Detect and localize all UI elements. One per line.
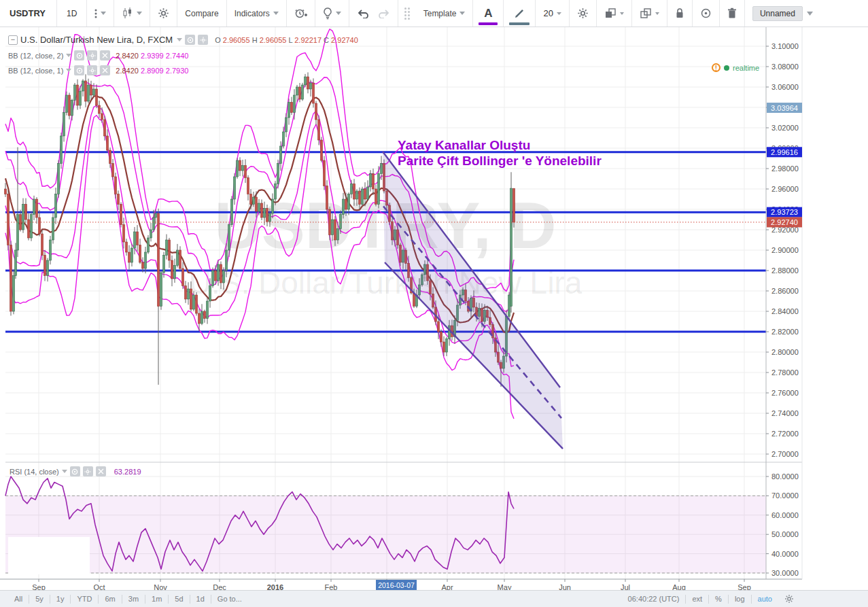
indicator-settings-button[interactable]: [87, 65, 97, 75]
range-button-5d[interactable]: 5d: [169, 595, 189, 603]
remove-drawings-button[interactable]: [720, 0, 744, 27]
range-button-ytd[interactable]: YTD: [71, 595, 98, 603]
bring-forward-icon: [604, 7, 617, 19]
bb-lower-value: 2.7930: [166, 67, 189, 75]
svg-text:3.06000: 3.06000: [771, 83, 799, 91]
undo-button[interactable]: [349, 0, 377, 27]
realtime-status: ! realtime: [712, 63, 759, 72]
log-scale-toggle[interactable]: log: [729, 595, 751, 603]
symbol-button[interactable]: USDTRY: [0, 0, 56, 27]
series-settings-button[interactable]: [198, 35, 208, 45]
svg-text:40.0000: 40.0000: [771, 550, 799, 558]
series-title[interactable]: U.S. Dollar/Turkish New Lira, D, FXCM: [20, 35, 173, 45]
svg-text:Jun: Jun: [559, 583, 571, 590]
lock-drawing-button[interactable]: [667, 0, 692, 27]
bb-inner-title[interactable]: BB (12, close, 1): [8, 67, 63, 75]
indicator-settings-button[interactable]: [87, 50, 97, 60]
text-color-swatch: [479, 22, 498, 25]
bb-outer-title[interactable]: BB (12, close, 2): [8, 52, 63, 60]
svg-text:Dec: Dec: [213, 583, 226, 590]
svg-text:2.80000: 2.80000: [771, 348, 799, 356]
bb-upper-value: 2.9399: [141, 52, 164, 60]
close-value: 2.92740: [331, 36, 358, 44]
redo-arrow-icon: [378, 9, 390, 18]
magnet-mode-button[interactable]: [693, 0, 719, 27]
clock-label[interactable]: 06:40:22 (UTC): [622, 595, 686, 603]
svg-text:30.0000: 30.0000: [771, 569, 799, 577]
template-button[interactable]: Template: [416, 0, 473, 27]
indicators-label: Indicators: [235, 9, 270, 18]
svg-text:2.88000: 2.88000: [771, 266, 799, 275]
extended-hours-toggle[interactable]: ext: [686, 595, 708, 603]
chevron-down-icon: [137, 12, 142, 15]
range-button-6m[interactable]: 6m: [99, 595, 121, 603]
bottom-toolbar: All5y1yYTD6m3m1m5d1dGo to... 06:40:22 (U…: [0, 590, 868, 607]
low-value: 2.92217: [294, 36, 322, 44]
bring-forward-button[interactable]: [597, 0, 631, 27]
toggle-visibility-button[interactable]: [185, 35, 195, 45]
font-size-button[interactable]: 20: [536, 0, 568, 27]
goto-date-button[interactable]: Go to...: [211, 595, 248, 603]
range-button-1y[interactable]: 1y: [50, 595, 71, 603]
drawing-panel-drag-handle[interactable]: [398, 0, 416, 27]
low-label: L: [288, 36, 292, 44]
range-button-all[interactable]: All: [8, 595, 29, 603]
compare-button[interactable]: Compare: [177, 0, 226, 27]
range-button-3m[interactable]: 3m: [122, 595, 145, 603]
rsi-pane[interactable]: [5, 476, 766, 574]
svg-text:80.0000: 80.0000: [771, 472, 799, 481]
drawing-properties-button[interactable]: [570, 0, 596, 27]
indicator-settings-button[interactable]: [83, 466, 93, 476]
range-button-1m[interactable]: 1m: [145, 595, 168, 603]
percent-scale-toggle[interactable]: %: [709, 595, 728, 603]
interval-button[interactable]: 1D: [57, 0, 86, 27]
layout-menu-button[interactable]: [805, 0, 820, 27]
ideas-button[interactable]: [315, 0, 349, 27]
brush-color-swatch: [509, 22, 530, 25]
range-button-5y[interactable]: 5y: [29, 595, 50, 603]
delayed-data-warning-icon[interactable]: !: [712, 63, 721, 72]
toggle-visibility-button[interactable]: [70, 466, 80, 476]
rsi-legend: RSI (14, close) 63.2819: [10, 466, 141, 476]
interval-menu-button[interactable]: [87, 0, 114, 27]
realtime-label: realtime: [733, 64, 759, 72]
chevron-down-icon: [66, 54, 71, 57]
chart-style-button[interactable]: [114, 0, 150, 27]
add-alert-button[interactable]: [287, 0, 315, 27]
chevron-down-icon: [62, 470, 67, 473]
toggle-visibility-button[interactable]: [74, 50, 84, 60]
svg-text:2.74000: 2.74000: [771, 409, 799, 417]
collapse-pane-button[interactable]: −: [8, 35, 18, 45]
chart-annotation-text[interactable]: Yatay Kanallar Oluştu Parite Çift Bollin…: [398, 137, 602, 169]
redo-button[interactable]: [377, 0, 398, 27]
send-backward-button[interactable]: [632, 0, 667, 27]
remove-indicator-button[interactable]: [100, 65, 110, 75]
time-axis[interactable]: SepOctNovDec2016FebAprMayJunJulAugSep201…: [32, 579, 751, 590]
bb-basis-value: 2.8420: [116, 67, 139, 75]
layout-name-button[interactable]: Unnamed: [745, 0, 805, 27]
svg-text:60.0000: 60.0000: [771, 511, 799, 519]
svg-text:Sep: Sep: [737, 583, 751, 590]
auto-scale-toggle[interactable]: auto: [752, 595, 778, 603]
svg-text:Aug: Aug: [672, 583, 686, 590]
brush-color-button[interactable]: [504, 0, 535, 27]
remove-indicator-button[interactable]: [96, 466, 106, 476]
svg-text:2.96000: 2.96000: [771, 185, 799, 193]
indicators-button[interactable]: Indicators: [227, 0, 286, 27]
open-value: 2.96055: [223, 36, 250, 44]
rsi-title[interactable]: RSI (14, close): [10, 468, 59, 476]
axis-labels[interactable]: 3.100003.080003.060003.040003.020003.000…: [766, 42, 799, 577]
layout-name-label: Unnamed: [752, 6, 803, 21]
interval-label: 1D: [67, 9, 77, 18]
svg-text:2.76000: 2.76000: [771, 389, 799, 397]
range-button-1d[interactable]: 1d: [190, 595, 211, 603]
remove-indicator-button[interactable]: [100, 50, 110, 60]
text-color-button[interactable]: A: [473, 0, 503, 27]
price-chart-canvas[interactable]: USDTRY, DU.S. Dollar/Turkish New Lira 3.…: [0, 27, 868, 590]
svg-text:Apr: Apr: [441, 583, 453, 590]
toggle-visibility-button[interactable]: [74, 65, 84, 75]
high-value: 2.96055: [260, 36, 287, 44]
font-size-label: 20: [543, 8, 553, 18]
chart-properties-button[interactable]: [150, 0, 177, 27]
bottom-settings-button[interactable]: [778, 593, 800, 605]
